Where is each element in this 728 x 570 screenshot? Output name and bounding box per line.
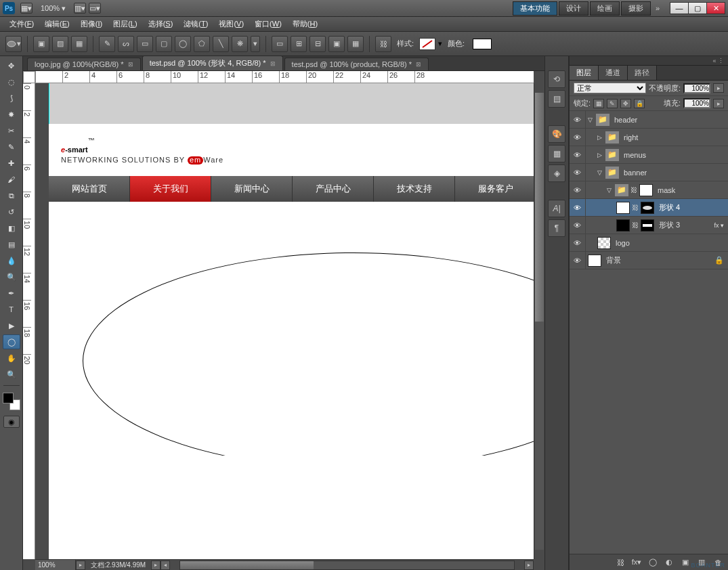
link-layers-icon[interactable]: ⛓ <box>614 558 626 567</box>
minimize-button[interactable]: — <box>670 2 689 14</box>
fill-slider[interactable]: ▸ <box>713 99 724 108</box>
screen-mode-button[interactable]: ▭▾ <box>89 3 101 14</box>
layer-name[interactable]: right <box>624 133 638 141</box>
layer-row[interactable]: 👁▽📁⛓mask <box>570 181 728 199</box>
maximize-button[interactable]: ▢ <box>688 2 707 14</box>
disclosure-icon[interactable]: ▽ <box>605 187 613 194</box>
document-tab[interactable]: test.psd @ 100% (形状 4, RGB/8) *⊠ <box>142 56 283 70</box>
layer-row[interactable]: 👁▷📁menus <box>570 146 728 164</box>
path-select-tool[interactable]: ▶ <box>3 318 20 333</box>
scrollbar-vertical[interactable] <box>534 83 544 559</box>
type-tool[interactable]: T <box>3 302 20 317</box>
close-tab-icon[interactable]: ⊠ <box>270 60 276 67</box>
eyedropper-tool[interactable]: ✎ <box>3 139 20 154</box>
close-button[interactable]: ✕ <box>706 2 725 14</box>
status-flyout[interactable]: ▸ <box>151 561 160 570</box>
visibility-icon[interactable]: 👁 <box>570 129 586 146</box>
opacity-slider[interactable]: ▸ <box>713 83 724 93</box>
fill-input[interactable] <box>683 98 710 108</box>
layer-name[interactable]: logo <box>616 239 630 247</box>
fx-badge[interactable]: fx ▾ <box>714 222 724 229</box>
panel-tab-图层[interactable]: 图层 <box>570 66 599 80</box>
menu-S[interactable]: 选择(S) <box>143 18 179 30</box>
close-tab-icon[interactable]: ⊠ <box>416 61 421 68</box>
panel-tab-路径[interactable]: 路径 <box>628 66 657 80</box>
panel-tab-通道[interactable]: 通道 <box>599 66 628 80</box>
rectangle-shape[interactable]: ▭ <box>137 36 153 52</box>
workspace-more[interactable]: » <box>656 4 660 12</box>
zoom-tool[interactable]: 🔍 <box>3 367 20 382</box>
scrollbar-horizontal[interactable] <box>179 561 515 570</box>
ellipse-shape-path[interactable] <box>83 253 534 469</box>
lock-all[interactable]: 🔒 <box>634 99 645 108</box>
document-tab[interactable]: test.psd @ 100% (product, RGB/8) *⊠ <box>284 58 429 70</box>
layer-row[interactable]: 👁▽📁banner <box>570 164 728 181</box>
new-group-icon[interactable]: ▣ <box>679 558 691 567</box>
layer-row[interactable]: 👁logo <box>570 234 728 252</box>
layer-name[interactable]: 背景 <box>606 255 621 265</box>
polygon-shape[interactable]: ⬠ <box>194 36 210 52</box>
pen-tool[interactable]: ✒ <box>3 286 20 301</box>
lock-transparency[interactable]: ▦ <box>593 99 604 108</box>
layer-name[interactable]: banner <box>624 169 647 177</box>
visibility-icon[interactable]: 👁 <box>570 217 586 234</box>
paths-mode[interactable]: ▨ <box>52 36 68 52</box>
color-panel-icon[interactable]: 🎨 <box>548 125 565 143</box>
layer-name[interactable]: 形状 3 <box>659 220 680 230</box>
menu-E[interactable]: 编辑(E) <box>39 18 75 30</box>
ruler-horizontal[interactable]: 246810121416182022242628 <box>35 71 534 83</box>
disclosure-icon[interactable]: ▽ <box>586 116 594 123</box>
history-panel-icon[interactable]: ⟲ <box>548 70 565 88</box>
document-tab[interactable]: logo.jpg @ 100%(RGB/8) *⊠ <box>27 58 141 70</box>
layer-name[interactable]: mask <box>658 186 675 194</box>
gradient-tool[interactable]: ▤ <box>3 237 20 252</box>
visibility-icon[interactable]: 👁 <box>570 252 586 269</box>
blend-mode-select[interactable]: 正常 <box>574 83 646 93</box>
status-menu[interactable]: ▸ <box>76 561 85 570</box>
menu-L[interactable]: 图层(L) <box>108 18 142 30</box>
quick-mask-button[interactable]: ◉ <box>3 416 20 428</box>
link-icon[interactable]: ⛓ <box>375 36 391 52</box>
shape-options-dropdown[interactable]: ▾ <box>251 36 260 52</box>
lock-position[interactable]: ✥ <box>620 99 631 108</box>
lock-pixels[interactable]: ✎ <box>607 99 618 108</box>
layer-name[interactable]: menus <box>624 151 646 159</box>
menu-H[interactable]: 帮助(H) <box>287 18 323 30</box>
custom-shape[interactable]: ❋ <box>232 36 248 52</box>
workspace-设计[interactable]: 设计 <box>559 1 588 16</box>
workspace-摄影[interactable]: 摄影 <box>621 1 651 16</box>
view-extras-button[interactable]: ▥▾ <box>74 3 86 14</box>
layer-name[interactable]: header <box>614 116 637 124</box>
color-picker[interactable] <box>3 393 20 410</box>
workspace-绘画[interactable]: 绘画 <box>590 1 620 16</box>
canvas[interactable]: e-smart™ NETWORKING SOLUTIONS BY emWare … <box>49 83 534 559</box>
pathop-subtract[interactable]: ⊟ <box>309 36 326 52</box>
arrange-docs-button[interactable]: ▦▾ <box>20 3 33 14</box>
tool-preset[interactable]: ▾ <box>5 36 22 52</box>
shape-tool[interactable]: ◯ <box>3 334 20 349</box>
opacity-input[interactable] <box>683 83 710 93</box>
workspace-基本功能[interactable]: 基本功能 <box>513 1 557 16</box>
layer-fx-icon[interactable]: fx▾ <box>630 558 643 567</box>
disclosure-icon[interactable]: ▽ <box>595 169 603 176</box>
visibility-icon[interactable]: 👁 <box>570 146 586 163</box>
shape-layers-mode[interactable]: ▣ <box>33 36 49 52</box>
adjustment-layer-icon[interactable]: ◐ <box>663 558 675 567</box>
collapse-panels[interactable]: « ⋮ <box>570 56 728 66</box>
disclosure-icon[interactable]: ▷ <box>595 134 603 141</box>
pathop-exclude[interactable]: ▦ <box>347 36 364 52</box>
layer-style-picker[interactable] <box>419 38 435 50</box>
stamp-tool[interactable]: ⧉ <box>3 188 20 203</box>
menu-V[interactable]: 视图(V) <box>213 18 249 30</box>
fill-pixels-mode[interactable]: ▦ <box>71 36 87 52</box>
brush-tool[interactable]: 🖌 <box>3 172 20 187</box>
rounded-rect-shape[interactable]: ▢ <box>156 36 172 52</box>
menu-F[interactable]: 文件(F) <box>4 18 39 30</box>
layer-row[interactable]: 👁▷📁right <box>570 129 728 146</box>
layer-mask-icon[interactable]: ◯ <box>647 558 659 567</box>
styles-panel-icon[interactable]: ◈ <box>548 165 565 182</box>
ellipse-shape[interactable]: ◯ <box>175 36 191 52</box>
dodge-tool[interactable]: 🔍 <box>3 269 20 284</box>
hand-tool[interactable]: ✋ <box>3 351 20 366</box>
menu-T[interactable]: 滤镜(T) <box>178 18 213 30</box>
